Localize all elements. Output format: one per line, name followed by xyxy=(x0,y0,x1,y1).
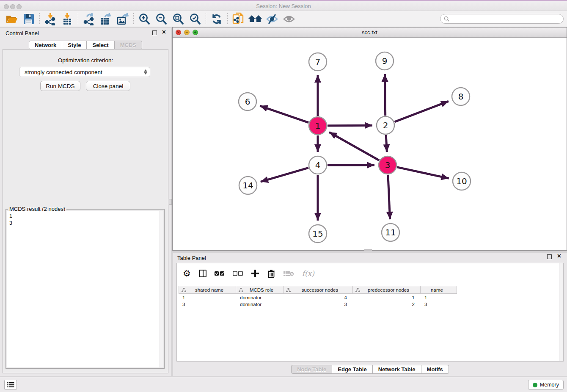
control-panel-title: Control Panel xyxy=(6,30,39,36)
optimization-criterion-label: Optimization criterion: xyxy=(3,57,168,63)
graph-edge-3-1[interactable] xyxy=(329,132,379,160)
export-image-button[interactable] xyxy=(114,12,131,26)
tab-network-table[interactable]: Network Table xyxy=(373,365,421,374)
zoom-in-button[interactable] xyxy=(136,12,153,26)
task-history-button[interactable] xyxy=(4,380,17,390)
graph-edge-1-2[interactable] xyxy=(328,125,372,126)
graph-node-label: 6 xyxy=(245,97,250,107)
export-image-icon xyxy=(116,13,129,25)
save-session-button[interactable] xyxy=(20,12,37,26)
application-window: Session: New Session xyxy=(0,0,567,392)
clone-network-button[interactable] xyxy=(230,12,247,26)
graph-edge-2-8[interactable] xyxy=(394,101,449,122)
column-header-successor-nodes[interactable]: successor nodes xyxy=(284,286,353,294)
refresh-button[interactable] xyxy=(208,12,225,26)
zoom-fit-button[interactable] xyxy=(170,12,187,26)
column-header-label: name xyxy=(421,287,457,293)
table-row[interactable]: 1dominator411 xyxy=(179,294,457,301)
column-type-icon xyxy=(239,288,243,292)
zoom-selected-icon xyxy=(189,13,201,25)
delete-table-icon xyxy=(283,270,294,277)
graph-edge-4-14[interactable] xyxy=(261,168,308,182)
table-cell[interactable]: 1 xyxy=(179,294,236,301)
column-header-shared-name[interactable]: shared name xyxy=(179,286,236,294)
table-cell[interactable]: 3 xyxy=(179,301,236,308)
tab-select[interactable]: Select xyxy=(87,41,114,50)
column-layout-icon[interactable] xyxy=(199,270,206,277)
import-network-button[interactable] xyxy=(42,12,59,26)
toolbar-separator xyxy=(39,13,40,25)
tab-style[interactable]: Style xyxy=(62,41,87,50)
graph-edge-3-10[interactable] xyxy=(397,167,449,179)
add-icon[interactable] xyxy=(251,269,259,278)
select-stepper-icon xyxy=(144,69,147,75)
houses-button[interactable] xyxy=(247,12,264,26)
graph-node-label: 4 xyxy=(315,160,321,170)
table-cell[interactable]: 1 xyxy=(421,294,457,301)
close-panel-button[interactable]: Close panel xyxy=(86,81,130,91)
float-table-panel-icon[interactable] xyxy=(547,254,552,259)
close-table-panel-icon[interactable]: × xyxy=(557,253,561,259)
function-builder-icon: f(x) xyxy=(302,269,314,278)
list-icon xyxy=(7,382,14,388)
table-cell[interactable]: 3 xyxy=(284,301,353,308)
network-graph[interactable]: 7968124314101511 xyxy=(173,38,567,250)
column-header-name[interactable]: name xyxy=(421,286,457,294)
table-toolbar: ⚙ xyxy=(183,267,314,280)
deselect-all-icon[interactable] xyxy=(233,271,243,276)
search-input[interactable] xyxy=(449,16,560,22)
import-table-button[interactable] xyxy=(59,12,76,26)
close-panel-icon[interactable]: × xyxy=(162,29,166,36)
graph-edge-2-9[interactable] xyxy=(385,74,385,116)
export-table-button[interactable] xyxy=(97,12,114,26)
network-canvas[interactable]: 7968124314101511 xyxy=(173,38,567,250)
delete-icon[interactable] xyxy=(267,269,275,278)
export-network-button[interactable] xyxy=(80,12,97,26)
graph-edge-3-11[interactable] xyxy=(388,175,390,219)
view-resize-handle[interactable] xyxy=(364,249,372,251)
show-graphics-details-button[interactable] xyxy=(281,12,297,26)
network-view-title: scc.txt xyxy=(173,29,567,36)
tab-mcds[interactable]: MCDS xyxy=(115,41,142,50)
graph-node-label: 7 xyxy=(315,57,321,67)
optimization-criterion-select[interactable]: strongly connected component xyxy=(19,67,150,77)
table-cell[interactable]: dominator xyxy=(236,294,284,301)
zoom-fit-icon xyxy=(172,13,184,25)
column-header-MCDS-role[interactable]: MCDS role xyxy=(236,286,284,294)
tab-node-table[interactable]: Node Table xyxy=(291,365,332,374)
table-cell[interactable]: 2 xyxy=(353,301,421,308)
column-header-predecessor-nodes[interactable]: predecessor nodes xyxy=(353,286,421,294)
result-scrollbar[interactable] xyxy=(160,211,163,367)
clone-network-icon xyxy=(232,12,245,26)
tab-edge-table[interactable]: Edge Table xyxy=(332,365,372,374)
splitter-handle[interactable] xyxy=(169,199,172,205)
zoom-selected-button[interactable] xyxy=(187,12,204,26)
graph-node-label: 9 xyxy=(382,56,388,66)
network-view-window: × − + scc.txt 7968124314101511 xyxy=(172,27,567,251)
table-cell[interactable]: 1 xyxy=(353,294,421,301)
zoom-out-button[interactable] xyxy=(153,12,170,26)
select-all-icon[interactable] xyxy=(215,271,225,276)
hide-graphics-details-button[interactable] xyxy=(264,12,281,26)
mcds-result-textarea[interactable]: 1 3 xyxy=(7,211,163,367)
tab-network[interactable]: Network xyxy=(29,41,62,50)
table-row[interactable]: 3dominator323 xyxy=(179,301,457,308)
table-panel-tabs: Node TableEdge TableNetwork TableMotifs xyxy=(173,365,567,374)
titlebar: Session: New Session xyxy=(0,0,567,11)
run-mcds-button[interactable]: Run MCDS xyxy=(40,81,80,91)
graph-edge-1-6[interactable] xyxy=(260,106,308,122)
search-field[interactable] xyxy=(440,14,564,24)
float-panel-icon[interactable] xyxy=(152,30,157,35)
table-cell[interactable]: dominator xyxy=(236,301,284,308)
graph-node-label: 10 xyxy=(456,176,467,186)
graph-node-label: 3 xyxy=(385,160,391,170)
graph-edge-2-3[interactable] xyxy=(386,135,387,152)
table-cell[interactable]: 4 xyxy=(284,294,353,301)
memory-button[interactable]: Memory xyxy=(528,380,564,390)
table-settings-icon[interactable]: ⚙ xyxy=(183,269,191,278)
tab-motifs[interactable]: Motifs xyxy=(421,365,449,374)
table-cell[interactable]: 3 xyxy=(421,301,457,308)
table-scrollbar[interactable] xyxy=(559,263,563,361)
toolbar-separator xyxy=(133,13,134,25)
open-session-button[interactable] xyxy=(3,12,20,26)
